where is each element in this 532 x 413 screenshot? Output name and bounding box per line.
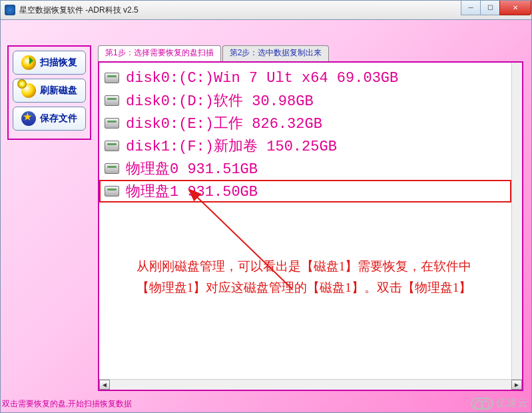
annotation-text: 从刚刚磁盘管理，可以看出是【磁盘1】需要恢复，在软件中 【物理盘1】对应这磁盘管… bbox=[110, 256, 498, 299]
disk-row[interactable]: disk0:(C:)Win 7 Ult x64 69.03GB bbox=[99, 67, 511, 89]
scan-icon bbox=[21, 55, 36, 70]
tab-strip: 第1步：选择需要恢复的盘扫描 第2步：选中数据复制出来 bbox=[98, 45, 523, 61]
refresh-label: 刷新磁盘 bbox=[40, 85, 77, 97]
app-icon bbox=[5, 5, 15, 15]
disk-row[interactable]: disk0:(E:)工作 826.32GB bbox=[99, 112, 511, 135]
client-area: 扫描恢复 刷新磁盘 保存文件 第1步：选择需要恢复的盘扫描 第2步：选中数据复制… bbox=[0, 20, 532, 413]
annotation-line2: 【物理盘1】对应这磁盘管理的【磁盘1】。双击【物理盘1】 bbox=[110, 277, 498, 298]
save-label: 保存文件 bbox=[40, 113, 77, 125]
window-title: 星空数据恢复软件 -ADR科技 v2.5 bbox=[19, 5, 138, 16]
disk-row[interactable]: disk1:(F:)新加卷 150.25GB bbox=[99, 135, 511, 157]
maximize-button[interactable]: ☐ bbox=[480, 1, 500, 15]
tab-step1[interactable]: 第1步：选择需要恢复的盘扫描 bbox=[98, 45, 221, 61]
scan-recover-button[interactable]: 扫描恢复 bbox=[13, 51, 86, 75]
scan-label: 扫描恢复 bbox=[40, 57, 77, 69]
disk-label: disk0:(E:)工作 826.32GB bbox=[126, 113, 322, 133]
window-controls: ─ ☐ ✕ bbox=[461, 1, 531, 15]
vertical-scrollbar[interactable] bbox=[511, 63, 522, 379]
disk-label: 物理盘0 931.51GB bbox=[126, 159, 258, 179]
disk-list: disk0:(C:)Win 7 Ult x64 69.03GB disk0:(D… bbox=[99, 63, 511, 379]
watermark-text: 亿速云 bbox=[496, 396, 528, 410]
tab-step2[interactable]: 第2步：选中数据复制出来 bbox=[222, 45, 330, 61]
disk-label: disk0:(D:)软件 30.98GB bbox=[126, 91, 314, 111]
disk-label: disk0:(C:)Win 7 Ult x64 69.03GB bbox=[126, 70, 398, 87]
disk-row-highlighted[interactable]: 物理盘1 931.50GB bbox=[99, 180, 511, 203]
scroll-left-icon[interactable]: ◄ bbox=[99, 380, 110, 390]
disk-icon bbox=[105, 73, 119, 83]
horizontal-scrollbar[interactable]: ◄ ► bbox=[99, 379, 522, 390]
disk-list-box: disk0:(C:)Win 7 Ult x64 69.03GB disk0:(D… bbox=[98, 61, 523, 391]
disk-icon bbox=[105, 118, 119, 129]
watermark-logo-icon bbox=[471, 398, 493, 410]
scroll-right-icon[interactable]: ► bbox=[511, 380, 522, 390]
disk-icon bbox=[105, 141, 119, 151]
save-file-button[interactable]: 保存文件 bbox=[13, 107, 86, 131]
disk-row[interactable]: 物理盘0 931.51GB bbox=[99, 157, 511, 180]
close-button[interactable]: ✕ bbox=[499, 1, 531, 15]
sidebar: 扫描恢复 刷新磁盘 保存文件 bbox=[7, 45, 91, 140]
disk-icon bbox=[105, 163, 119, 174]
main-panel: 第1步：选择需要恢复的盘扫描 第2步：选中数据复制出来 disk0:(C:)Wi… bbox=[98, 45, 523, 391]
disk-icon bbox=[105, 95, 119, 106]
refresh-disk-button[interactable]: 刷新磁盘 bbox=[13, 79, 86, 103]
save-icon bbox=[21, 111, 36, 126]
disk-icon bbox=[105, 186, 119, 197]
annotation-line1: 从刚刚磁盘管理，可以看出是【磁盘1】需要恢复，在软件中 bbox=[110, 256, 498, 277]
disk-label: disk1:(F:)新加卷 150.25GB bbox=[126, 136, 337, 156]
status-bar: 双击需要恢复的盘,开始扫描恢复数据 bbox=[2, 398, 132, 410]
watermark: 亿速云 bbox=[471, 396, 528, 410]
disk-label: 物理盘1 931.50GB bbox=[126, 181, 258, 201]
minimize-button[interactable]: ─ bbox=[461, 1, 481, 15]
titlebar: 星空数据恢复软件 -ADR科技 v2.5 ─ ☐ ✕ bbox=[0, 0, 532, 20]
disk-row[interactable]: disk0:(D:)软件 30.98GB bbox=[99, 89, 511, 112]
refresh-icon bbox=[21, 83, 36, 98]
